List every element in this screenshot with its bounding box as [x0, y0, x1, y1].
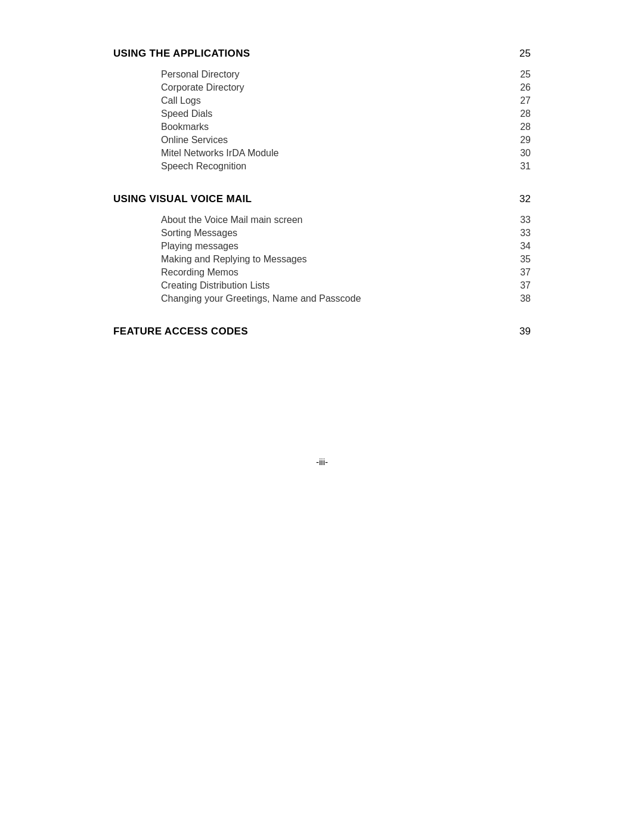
section-title-using-the-applications: USING THE APPLICATIONS: [113, 48, 250, 60]
toc-entry-page: 33: [513, 215, 531, 225]
toc-entry: Corporate Directory26: [161, 82, 531, 93]
toc-entry-page: 28: [513, 109, 531, 119]
toc-entry: Call Logs27: [161, 95, 531, 106]
toc-entry-label: Online Services: [161, 135, 228, 145]
toc-entry-page: 34: [513, 241, 531, 252]
toc-entries-using-the-applications: Personal Directory25Corporate Directory2…: [161, 69, 531, 172]
toc-entry-page: 30: [513, 148, 531, 159]
section-feature-access-codes: FEATURE ACCESS CODES39: [113, 326, 531, 337]
toc-entry-page: 37: [513, 267, 531, 278]
toc-page: USING THE APPLICATIONS25Personal Directo…: [89, 0, 555, 515]
toc-entry-label: Creating Distribution Lists: [161, 280, 270, 291]
section-page-feature-access-codes: 39: [519, 326, 531, 337]
toc-entry-page: 26: [513, 82, 531, 93]
toc-entries-using-visual-voice-mail: About the Voice Mail main screen33Sortin…: [161, 215, 531, 304]
toc-entry: Speed Dials28: [161, 109, 531, 119]
toc-entry-label: Sorting Messages: [161, 228, 237, 239]
section-header-using-visual-voice-mail: USING VISUAL VOICE MAIL32: [113, 193, 531, 205]
toc-entry-page: 31: [513, 161, 531, 172]
toc-entry-label: Mitel Networks IrDA Module: [161, 148, 278, 159]
toc-entry-label: Playing messages: [161, 241, 239, 252]
toc-entry-label: Changing your Greetings, Name and Passco…: [161, 293, 361, 304]
toc-entry: Playing messages34: [161, 241, 531, 252]
toc-entry-page: 28: [513, 122, 531, 132]
section-header-feature-access-codes: FEATURE ACCESS CODES39: [113, 326, 531, 337]
toc-entry: Changing your Greetings, Name and Passco…: [161, 293, 531, 304]
section-title-using-visual-voice-mail: USING VISUAL VOICE MAIL: [113, 193, 252, 205]
toc-entry: Mitel Networks IrDA Module30: [161, 148, 531, 159]
toc-entry: Recording Memos37: [161, 267, 531, 278]
toc-entry-page: 25: [513, 69, 531, 80]
toc-entry-label: Speech Recognition: [161, 161, 246, 172]
toc-entry-page: 37: [513, 280, 531, 291]
toc-entry-page: 33: [513, 228, 531, 239]
toc-entry: Online Services29: [161, 135, 531, 145]
section-using-visual-voice-mail: USING VISUAL VOICE MAIL32About the Voice…: [113, 193, 531, 304]
section-using-the-applications: USING THE APPLICATIONS25Personal Directo…: [113, 48, 531, 172]
toc-entry-label: Corporate Directory: [161, 82, 244, 93]
toc-entry-label: Recording Memos: [161, 267, 239, 278]
footer-page-number: -iii-: [113, 457, 531, 467]
section-page-using-the-applications: 25: [519, 48, 531, 60]
toc-entry: Speech Recognition31: [161, 161, 531, 172]
toc-entry-page: 27: [513, 95, 531, 106]
section-header-using-the-applications: USING THE APPLICATIONS25: [113, 48, 531, 60]
section-page-using-visual-voice-mail: 32: [519, 193, 531, 205]
toc-entry-label: Personal Directory: [161, 69, 240, 80]
toc-entry: Bookmarks28: [161, 122, 531, 132]
section-title-feature-access-codes: FEATURE ACCESS CODES: [113, 326, 248, 337]
toc-entry-page: 35: [513, 254, 531, 265]
toc-entry-page: 38: [513, 293, 531, 304]
toc-entry-label: Call Logs: [161, 95, 201, 106]
toc-entry: About the Voice Mail main screen33: [161, 215, 531, 225]
toc-entry-label: Speed Dials: [161, 109, 212, 119]
toc-entry: Sorting Messages33: [161, 228, 531, 239]
toc-entry-page: 29: [513, 135, 531, 145]
toc-entry-label: Making and Replying to Messages: [161, 254, 307, 265]
toc-entry-label: Bookmarks: [161, 122, 209, 132]
toc-entry-label: About the Voice Mail main screen: [161, 215, 302, 225]
toc-entry: Personal Directory25: [161, 69, 531, 80]
toc-entry: Creating Distribution Lists37: [161, 280, 531, 291]
toc-entry: Making and Replying to Messages35: [161, 254, 531, 265]
